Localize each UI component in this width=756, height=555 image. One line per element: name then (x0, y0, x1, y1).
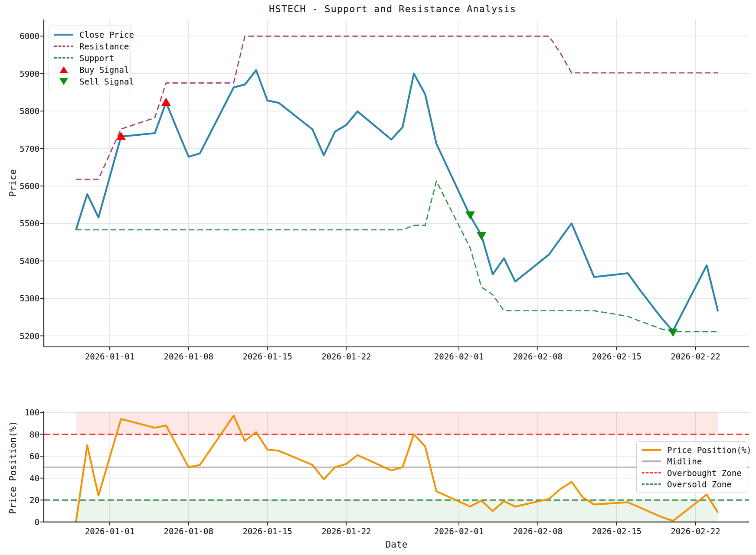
overbought-band (76, 412, 718, 434)
price-xtick-label: 2026-01-08 (164, 352, 213, 361)
legend-item-overbought: Overbought Zone (642, 468, 742, 478)
legend-label: Sell Signal (79, 77, 134, 86)
price-ytick-label: 5300 (20, 294, 39, 303)
support-line (76, 181, 718, 332)
position-xtick-label: 2026-01-22 (321, 526, 371, 536)
price-xtick-label: 2026-02-08 (513, 352, 563, 361)
legend-label: Price Position(%) (667, 445, 751, 455)
price-ytick-label: 6000 (20, 31, 39, 41)
legend-item-buy-signal: Buy Signal (54, 65, 125, 75)
price-ytick-label: 5400 (20, 256, 39, 266)
close-price-line (76, 70, 718, 331)
price-xtick-label: 2026-02-01 (434, 352, 484, 361)
legend-item-oversold: Oversold Zone (642, 480, 742, 489)
legend-label: Close Price (79, 30, 134, 39)
price-ytick-label: 5900 (20, 69, 39, 78)
legend-item-resistance: Resistance (54, 42, 125, 51)
price-xtick-label: 2026-01-15 (242, 352, 292, 361)
price-y-axis-label: Price (8, 169, 18, 196)
position-ytick-label: 60 (29, 451, 39, 461)
price-ytick-label: 5600 (20, 181, 39, 191)
position-xtick-label: 2026-01-15 (242, 526, 292, 536)
sell-signal-marker (465, 211, 475, 219)
midline-swatch (642, 460, 661, 462)
resistance-line (76, 36, 718, 179)
price-xtick-label: 2026-01-22 (321, 352, 371, 361)
legend-item-price-position: Price Position(%) (642, 445, 742, 455)
price-ytick-label: 5500 (20, 219, 39, 228)
legend-item-close-price: Close Price (54, 30, 125, 39)
price-ytick-label: 5200 (20, 331, 39, 341)
legend-label: Oversold Zone (667, 480, 732, 489)
legend-item-midline: Midline (642, 457, 742, 466)
position-xtick-label: 2026-02-15 (592, 526, 641, 536)
position-xtick-label: 2026-01-08 (164, 526, 213, 536)
position-y-axis-label: Price Position(%) (8, 421, 18, 514)
buy-signal-marker (161, 98, 171, 106)
oversold-swatch (642, 483, 661, 485)
position-xtick-label: 2026-02-08 (513, 526, 563, 536)
position-xtick-label: 2026-02-22 (671, 526, 720, 536)
price-xtick-label: 2026-02-22 (671, 352, 720, 361)
position-legend: Price Position(%) Midline Overbought Zon… (636, 441, 747, 493)
legend-label: Resistance (79, 42, 129, 51)
position-xtick-label: 2026-02-01 (434, 526, 484, 536)
legend-label: Support (79, 53, 114, 63)
sell-signal-marker (477, 232, 486, 240)
overbought-swatch (642, 472, 661, 473)
support-line-swatch (54, 57, 73, 59)
resistance-line-swatch (54, 46, 73, 47)
close-price-line-swatch (54, 34, 73, 36)
chart-title: HSTECH - Support and Resistance Analysis (269, 3, 516, 14)
position-line-swatch (642, 449, 661, 451)
buy-triangle-icon (59, 66, 68, 73)
position-ytick-label: 40 (29, 473, 39, 483)
position-ytick-label: 0 (35, 517, 39, 527)
legend-item-sell-signal: Sell Signal (54, 77, 125, 86)
price-legend: Close Price Resistance Support Buy Signa… (49, 26, 131, 90)
price-xtick-label: 2026-02-15 (592, 352, 641, 361)
price-xtick-label: 2026-01-01 (85, 352, 134, 361)
position-ytick-label: 20 (29, 495, 39, 505)
legend-item-support: Support (54, 53, 125, 63)
price-ytick-label: 5800 (20, 106, 39, 116)
price-ytick-label: 5700 (20, 144, 39, 153)
figure-root: 5200530054005500560057005800590060000204… (0, 0, 756, 555)
position-ytick-label: 100 (25, 408, 39, 417)
legend-label: Midline (667, 457, 702, 466)
position-ytick-label: 80 (29, 430, 39, 439)
sell-triangle-icon (59, 78, 68, 85)
legend-label: Buy Signal (79, 65, 129, 75)
date-x-axis-label: Date (386, 539, 408, 550)
legend-label: Overbought Zone (667, 468, 742, 478)
position-xtick-label: 2026-01-01 (85, 526, 134, 536)
